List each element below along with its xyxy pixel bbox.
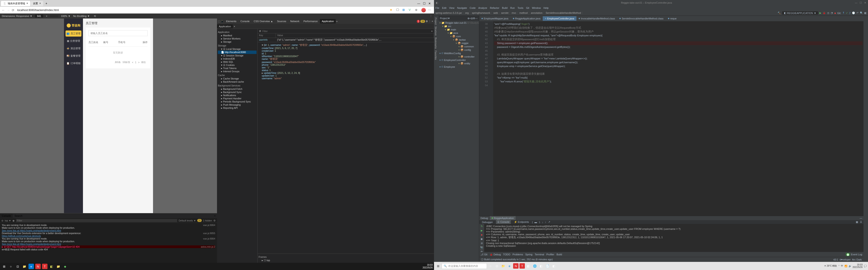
target-icon[interactable]: ⊕ — [467, 17, 469, 20]
level-dropdown[interactable]: Default levels ▼ — [179, 219, 196, 222]
tab-2[interactable]: 设置 × — [31, 1, 43, 6]
event-log[interactable]: ⬤ Event Log — [846, 253, 862, 256]
build-icon[interactable]: 🔨 — [778, 11, 781, 14]
screen-icon[interactable]: 🖵 — [396, 8, 400, 12]
dimensions-dropdown[interactable]: Dimensions: Responsive ▼ — [2, 15, 32, 18]
snapshot-icon[interactable]: 📷 — [480, 246, 483, 249]
search-icon[interactable]: ○ — [8, 264, 13, 269]
explorer-icon[interactable]: 📁 — [22, 264, 27, 269]
storage-filter[interactable] — [262, 30, 431, 33]
endpoints-tab[interactable]: ⚡ Endpoints — [513, 220, 530, 224]
menu-git[interactable]: Git — [526, 6, 529, 9]
app-subtab[interactable]: Application — [217, 24, 233, 28]
step-out-icon[interactable]: ↑ — [545, 221, 546, 224]
resume-icon[interactable]: ▶ — [481, 229, 483, 232]
menu-icon[interactable]: ⋯ — [428, 8, 432, 12]
bottom-tab-todo[interactable]: TODO — [503, 253, 510, 256]
stop-icon[interactable]: ■ — [481, 233, 483, 236]
menu-navigate[interactable]: Navigate — [457, 6, 467, 9]
menu-code[interactable]: Code — [470, 6, 475, 9]
editor-tab[interactable]: InvocableHandlerMethod.class — [577, 16, 617, 21]
view-breakpoints-icon[interactable]: ◉ — [480, 237, 483, 240]
close-icon[interactable]: × — [213, 214, 217, 217]
editor-tab[interactable]: reque — [666, 16, 679, 21]
height-input[interactable] — [50, 16, 58, 16]
editor-tab[interactable]: EmployeeController.java — [543, 16, 577, 21]
network-tab[interactable]: Network — [288, 19, 301, 24]
tree-item[interactable]: ▸ IndexedDB — [218, 57, 256, 60]
tree-item[interactable]: ▾ ☰ Cookies — [218, 63, 256, 67]
history-icon[interactable]: 🕐 — [852, 11, 855, 14]
bottom-tab-build[interactable]: Build — [557, 253, 562, 256]
bottom-tab-spring[interactable]: Spring — [525, 253, 532, 256]
step-icon[interactable]: ▬ — [535, 221, 537, 224]
app-icon[interactable]: 📄 — [545, 263, 550, 269]
eye-icon[interactable]: ◉ — [12, 219, 15, 222]
gear-icon[interactable]: ⚙ — [473, 17, 475, 20]
commit-icon[interactable]: ✓ — [846, 11, 848, 14]
perf-tab[interactable]: Performance — [302, 19, 319, 24]
width-input[interactable]: 941 — [35, 14, 43, 18]
ime-icon[interactable]: 中 — [841, 264, 843, 268]
ext-icon[interactable]: V — [409, 8, 413, 12]
tree-node[interactable]: ▾ 📁 main — [439, 28, 478, 31]
close-icon[interactable]: × — [26, 2, 28, 5]
layout-icon[interactable]: ☰ — [860, 221, 862, 224]
mute-bp-icon[interactable]: ⊘ — [481, 242, 483, 245]
tree-item[interactable]: ▸ Manifest — [218, 34, 256, 37]
more-icon[interactable]: ⋮ — [429, 20, 431, 23]
tree-item[interactable]: ▸ Notifications — [218, 94, 256, 97]
zoom-dropdown[interactable]: 100% ▼ — [61, 15, 70, 18]
tree-item[interactable]: 📄 http://localhost:8080 — [218, 50, 256, 54]
favorites-tool[interactable]: Favorites — [434, 50, 438, 60]
tree-item[interactable]: ▸ Back/forward cache — [218, 80, 256, 83]
profile-icon[interactable]: ◔ — [831, 11, 833, 14]
app-icon[interactable]: 📁 — [56, 264, 61, 269]
app-icon[interactable]: ◆ — [62, 264, 68, 269]
menu-view[interactable]: View — [449, 6, 455, 9]
run-icon[interactable]: ▶ — [819, 11, 821, 14]
console-tab[interactable]: ☰ Console — [496, 220, 510, 224]
bottom-tab-debug[interactable]: 🐞 Debug — [490, 253, 501, 256]
reload-icon[interactable]: ⟳ — [12, 8, 14, 12]
tree-item[interactable]: ▸ Service Workers — [218, 37, 256, 40]
tree-node[interactable]: ▾ 📦 config — [439, 48, 478, 52]
app-icon[interactable]: 📁 — [500, 263, 506, 269]
app-icon[interactable]: N — [513, 263, 519, 269]
star-icon[interactable]: ★ — [390, 8, 394, 12]
debug-session-tab[interactable]: ReggieApplication — [490, 216, 516, 220]
tree-node[interactable]: ▾ 📦 entity — [439, 62, 478, 65]
url-input[interactable]: localhost:8080/backend/index.html — [16, 8, 388, 12]
coverage-icon[interactable]: ◷ — [827, 11, 829, 14]
start-icon[interactable]: ⊞ — [1, 264, 7, 269]
tree-item[interactable]: ▸ Push Messaging — [218, 103, 256, 106]
editor-content[interactable]: "ann">@PostMapping("/login")//传参java已经帮我… — [493, 21, 864, 216]
structure-tool[interactable]: Structure — [434, 26, 438, 36]
nav-dishes[interactable]: 🍲菜品管理 — [66, 45, 81, 52]
tree-item[interactable]: ▸ Background Sync — [218, 91, 256, 94]
tree-node[interactable]: ▾ 📦 reggie — [439, 41, 478, 45]
cortana-icon[interactable]: ○ — [488, 263, 493, 269]
editor-tab[interactable]: ReggieApplication.java — [510, 16, 543, 21]
run-to-cursor-icon[interactable]: ↗ — [548, 221, 550, 224]
bottom-tab-git[interactable]: ⎇ Git — [480, 253, 487, 256]
bottom-tab-terminal[interactable]: Terminal — [535, 253, 544, 256]
git-icon[interactable]: Git: — [837, 12, 841, 14]
tree-node[interactable]: ▾ 📦 controller — [439, 55, 478, 59]
close-icon[interactable]: × — [431, 30, 433, 33]
console-tab[interactable]: Console — [239, 19, 251, 24]
menu-tools[interactable]: Tools — [518, 6, 523, 9]
search-tab[interactable]: Search — [13, 214, 24, 218]
menu-help[interactable]: Help — [544, 6, 549, 9]
tree-item[interactable]: ▸ Interest Groups — [218, 70, 256, 73]
collapse-icon[interactable]: ⊟ — [471, 17, 473, 20]
wifi-icon[interactable]: 📶 — [844, 265, 847, 267]
warn-badge[interactable]: 16 — [421, 20, 425, 23]
back-icon[interactable]: ← — [2, 8, 5, 12]
idea-icon[interactable]: ◧ — [49, 264, 54, 269]
tree-item[interactable]: ▸ Periodic Background Sync — [218, 100, 256, 103]
tree-item[interactable]: ▾ ☰ Session Storage — [218, 54, 256, 57]
taskview-icon[interactable]: ⊡ — [15, 264, 20, 269]
clear-icon[interactable]: ⊘ — [1, 219, 3, 222]
tree-node[interactable]: ▾ © WebMvcConfig — [439, 52, 478, 55]
